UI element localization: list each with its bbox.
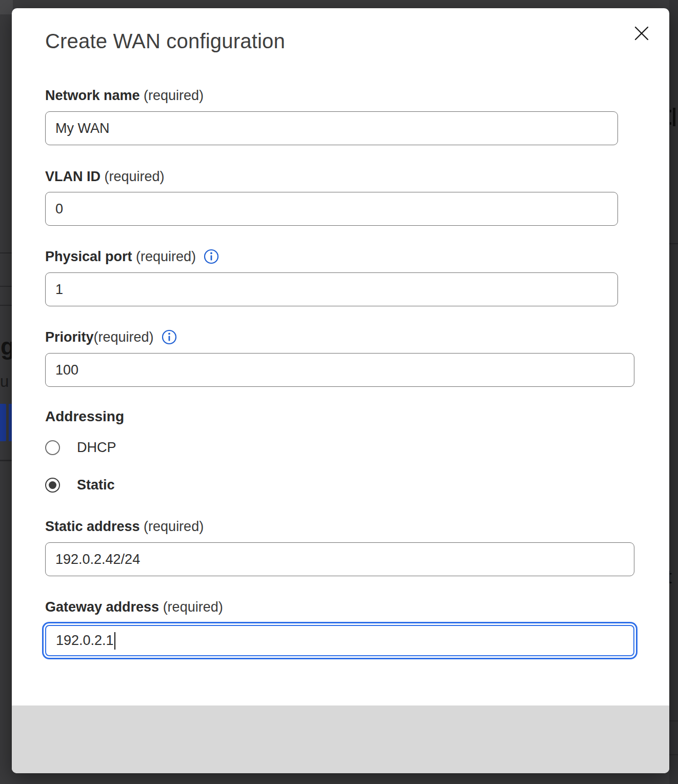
background-page-fragment bbox=[0, 0, 13, 14]
required-hint: (required) bbox=[140, 88, 204, 104]
label-text: Network name bbox=[45, 88, 140, 104]
physical-port-label: Physical port (required) bbox=[45, 247, 219, 266]
required-hint: (required) bbox=[101, 169, 165, 185]
physical-port-input[interactable] bbox=[45, 272, 618, 306]
background-table-divider bbox=[0, 252, 12, 253]
background-text-fragment bbox=[673, 108, 675, 126]
label-text: Physical port bbox=[45, 249, 132, 265]
radio-button-icon bbox=[45, 478, 60, 493]
vlan-id-label: VLAN ID (required) bbox=[45, 167, 165, 186]
background-text-fragment bbox=[670, 110, 671, 112]
radio-button-icon bbox=[45, 440, 60, 455]
background-text-fragment: u bbox=[0, 373, 9, 391]
label-text: VLAN ID bbox=[45, 169, 101, 185]
background-table-divider bbox=[0, 460, 12, 461]
background-table-divider bbox=[669, 243, 678, 244]
background-blue-button-fragment bbox=[0, 404, 6, 441]
priority-label: Priority(required) bbox=[45, 328, 177, 346]
network-name-label: Network name (required) bbox=[45, 86, 204, 105]
background-table-divider bbox=[0, 286, 12, 287]
radio-label: DHCP bbox=[77, 440, 116, 456]
addressing-heading: Addressing bbox=[45, 408, 124, 425]
vlan-id-input[interactable] bbox=[45, 192, 618, 226]
background-table-divider bbox=[0, 305, 12, 306]
text-cursor bbox=[114, 632, 115, 650]
info-icon[interactable] bbox=[162, 329, 177, 345]
background-table-divider bbox=[669, 754, 678, 755]
static-address-input[interactable] bbox=[45, 542, 634, 576]
close-button[interactable] bbox=[630, 23, 653, 45]
label-text: Gateway address bbox=[45, 599, 159, 615]
required-hint: (required) bbox=[159, 599, 223, 615]
close-icon bbox=[633, 25, 650, 43]
gateway-address-input[interactable]: 192.0.2.1 bbox=[45, 625, 634, 656]
priority-input[interactable] bbox=[45, 353, 634, 387]
input-value: 192.0.2.1 bbox=[56, 633, 114, 649]
static-address-label: Static address (required) bbox=[45, 517, 204, 536]
dialog-footer: Cancel Save bbox=[12, 705, 669, 773]
network-name-input[interactable] bbox=[45, 111, 618, 145]
radio-label: Static bbox=[77, 477, 115, 493]
required-hint: (required) bbox=[94, 329, 154, 345]
gateway-address-label: Gateway address (required) bbox=[45, 598, 223, 616]
required-hint: (required) bbox=[140, 519, 204, 535]
create-wan-configuration-dialog: Create WAN configuration Network name (r… bbox=[12, 8, 669, 773]
info-icon[interactable] bbox=[204, 249, 219, 264]
dialog-title: Create WAN configuration bbox=[45, 30, 285, 53]
label-text: Static address bbox=[45, 519, 140, 535]
addressing-radio-dhcp[interactable]: DHCP bbox=[45, 440, 116, 455]
background-text-fragment bbox=[670, 122, 671, 125]
background-table-divider bbox=[669, 720, 678, 721]
required-hint: (required) bbox=[132, 249, 196, 265]
addressing-radio-static[interactable]: Static bbox=[45, 477, 115, 493]
label-text: Priority bbox=[45, 329, 94, 345]
